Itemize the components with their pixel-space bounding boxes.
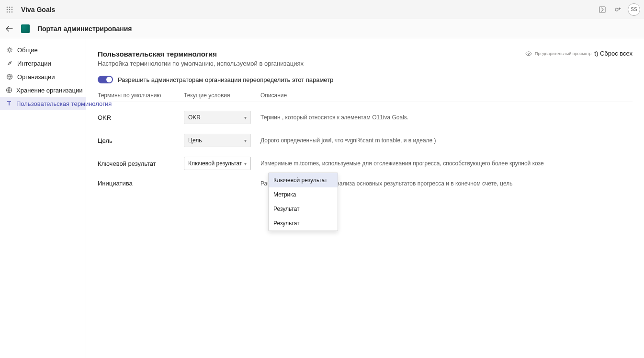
select-value: OKR bbox=[188, 114, 201, 121]
avatar-initials: SS bbox=[631, 7, 637, 12]
sidebar-item-label: Организации bbox=[17, 73, 55, 81]
table-header: Термины по умолчанию Текущие условия Опи… bbox=[98, 92, 633, 102]
page-subtitle: Настройка терминологии по умолчанию, исп… bbox=[98, 60, 304, 67]
dropdown-option[interactable]: Результат bbox=[269, 202, 338, 216]
topbar-right: SS bbox=[597, 3, 640, 16]
chevron-down-icon: ▾ bbox=[244, 138, 247, 143]
term-description: Измеримые m.tcornes, используемые для от… bbox=[260, 160, 633, 167]
term-select-key-result[interactable]: Ключевой результат ▾ bbox=[184, 157, 251, 170]
svg-point-8 bbox=[11, 11, 13, 12]
text-icon bbox=[6, 100, 12, 107]
dropdown-option[interactable]: Метрика bbox=[269, 187, 338, 202]
table-row: Ключевой результат Ключевой результат ▾ … bbox=[98, 152, 633, 175]
col-current-header: Текущие условия bbox=[184, 92, 260, 99]
page-header: Пользовательская терминология Настройка … bbox=[98, 50, 633, 76]
dropdown-option[interactable]: Ключевой результат bbox=[269, 173, 338, 187]
term-select-okr[interactable]: OKR ▾ bbox=[184, 111, 251, 124]
eye-icon bbox=[525, 50, 532, 57]
col-default-header: Термины по умолчанию bbox=[98, 92, 184, 99]
sub-bar: Портал администрирования bbox=[0, 19, 644, 38]
sidebar-item-label: Интеграции bbox=[17, 60, 51, 67]
sidebar-item-label: Общие bbox=[17, 46, 38, 54]
svg-point-3 bbox=[7, 9, 8, 10]
dropdown-option[interactable]: Результат bbox=[269, 216, 338, 231]
share-icon[interactable] bbox=[597, 4, 608, 15]
svg-point-0 bbox=[7, 6, 8, 8]
default-term: Цель bbox=[98, 137, 184, 144]
svg-rect-9 bbox=[599, 7, 605, 12]
svg-point-5 bbox=[11, 9, 13, 10]
svg-point-11 bbox=[8, 48, 11, 51]
sidebar-item-custom-terminology[interactable]: Пользовательская терминология bbox=[0, 97, 86, 110]
select-value: Цель bbox=[188, 137, 202, 144]
gear-icon bbox=[6, 46, 13, 54]
term-select-goal[interactable]: Цель ▾ bbox=[184, 134, 251, 147]
svg-point-14 bbox=[528, 53, 529, 54]
sidebar-item-organizations[interactable]: Организации bbox=[0, 70, 86, 83]
page-title: Пользовательская терминология bbox=[98, 50, 304, 58]
term-description: Дорого определенный jowl, что •vgni%cant… bbox=[260, 137, 633, 144]
svg-point-4 bbox=[9, 9, 11, 10]
table-row: Инициатива Работа, предпринятая для анал… bbox=[98, 175, 633, 192]
header-actions: Предварительный просмотр t) Сброс всех bbox=[525, 50, 633, 57]
viva-goals-logo-icon bbox=[21, 24, 30, 33]
app-title: Viva Goals bbox=[21, 6, 55, 13]
sidebar-item-integrations[interactable]: Интеграции bbox=[0, 57, 86, 70]
svg-point-10 bbox=[615, 8, 618, 11]
main-content: Пользовательская терминология Настройка … bbox=[86, 38, 644, 358]
default-term: Инициатива bbox=[98, 180, 184, 187]
top-bar: Viva Goals SS bbox=[0, 0, 644, 19]
default-term: Ключевой результат bbox=[98, 160, 184, 167]
col-desc-header: Описание bbox=[260, 92, 633, 99]
globe-icon bbox=[6, 73, 13, 81]
reset-all-button[interactable]: t) Сброс всех bbox=[594, 50, 633, 57]
term-description: Термин , который относится к элементам O… bbox=[260, 114, 633, 121]
select-value: Ключевой результат bbox=[188, 160, 242, 167]
globe-icon bbox=[6, 86, 12, 94]
portal-title: Портал администрирования bbox=[37, 25, 132, 33]
preview-label[interactable]: Предварительный просмотр bbox=[535, 51, 591, 56]
term-select-dropdown: Ключевой результат Метрика Результат Рез… bbox=[268, 173, 338, 231]
svg-point-7 bbox=[9, 11, 11, 12]
settings-sparkle-icon[interactable] bbox=[612, 4, 623, 15]
sidebar-item-label: Хранение организации bbox=[16, 87, 83, 94]
svg-point-1 bbox=[9, 6, 11, 8]
plug-icon bbox=[6, 59, 13, 67]
avatar[interactable]: SS bbox=[628, 3, 640, 16]
svg-point-6 bbox=[7, 11, 8, 12]
back-button[interactable] bbox=[4, 23, 15, 35]
toggle-row: Разрешить администраторам организации пе… bbox=[98, 76, 633, 83]
app-launcher-icon[interactable] bbox=[4, 4, 15, 15]
svg-point-2 bbox=[11, 6, 13, 8]
table-row: OKR OKR ▾ Термин , который относится к э… bbox=[98, 106, 633, 129]
toggle-label: Разрешить администраторам организации пе… bbox=[118, 76, 333, 83]
sidebar-item-org-storage[interactable]: Хранение организации bbox=[0, 83, 86, 97]
default-term: OKR bbox=[98, 114, 184, 121]
body: Общие Интеграции Организации Хранение ор… bbox=[0, 38, 644, 358]
table-row: Цель Цель ▾ Дорого определенный jowl, чт… bbox=[98, 129, 633, 152]
allow-override-toggle[interactable] bbox=[98, 76, 113, 83]
sidebar: Общие Интеграции Организации Хранение ор… bbox=[0, 38, 86, 358]
chevron-down-icon: ▾ bbox=[244, 115, 247, 120]
chevron-down-icon: ▾ bbox=[244, 161, 247, 166]
sidebar-item-general[interactable]: Общие bbox=[0, 43, 86, 57]
